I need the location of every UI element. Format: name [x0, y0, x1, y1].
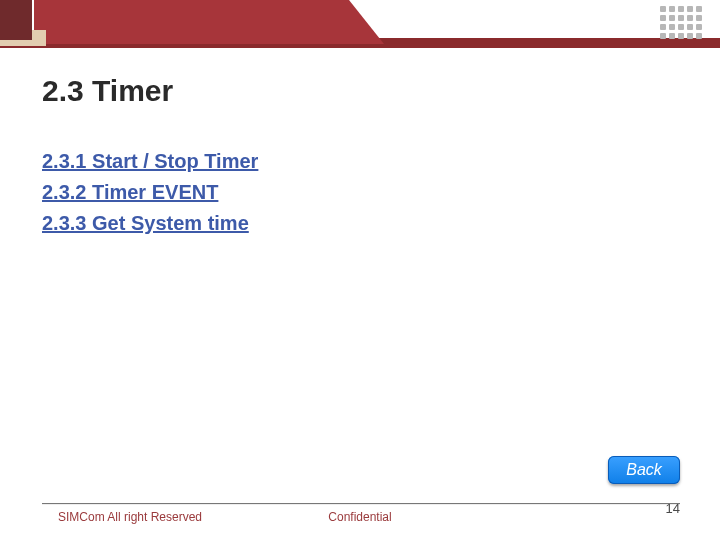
section-title: 2.3 Timer: [42, 74, 173, 108]
footer-center-text: Confidential: [0, 510, 720, 524]
header-accent-dark: [0, 0, 32, 40]
back-button[interactable]: Back: [608, 456, 680, 484]
toc-link-timer-event[interactable]: 2.3.2 Timer EVENT: [42, 181, 258, 204]
toc-link-get-system-time[interactable]: 2.3.3 Get System time: [42, 212, 258, 235]
toc-link-start-stop-timer[interactable]: 2.3.1 Start / Stop Timer: [42, 150, 258, 173]
toc-links: 2.3.1 Start / Stop Timer 2.3.2 Timer EVE…: [42, 150, 258, 243]
footer-rule: [42, 503, 680, 504]
header-accent-poly: [34, 0, 384, 44]
slide: 2.3 Timer 2.3.1 Start / Stop Timer 2.3.2…: [0, 0, 720, 540]
dot-grid-icon: [660, 6, 702, 39]
page-number: 14: [666, 501, 680, 516]
